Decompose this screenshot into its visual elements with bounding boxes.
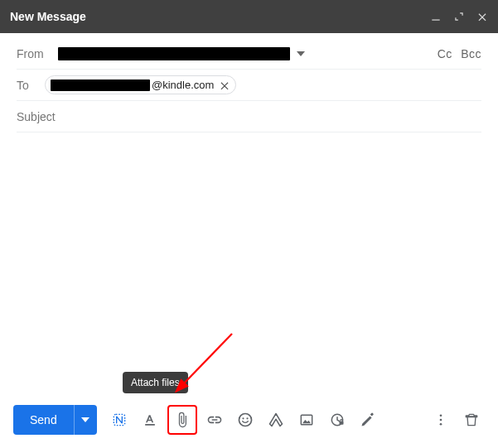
attach-files-button[interactable] xyxy=(169,407,196,433)
image-icon xyxy=(298,412,315,428)
subject-input[interactable] xyxy=(17,110,481,123)
svg-point-2 xyxy=(239,414,251,426)
nightly-icon[interactable] xyxy=(106,407,133,433)
compose-toolbar: Send xyxy=(0,398,498,448)
drive-icon xyxy=(268,412,284,428)
lock-clock-icon xyxy=(329,412,346,428)
insert-drive-button[interactable] xyxy=(263,407,289,433)
from-label: From xyxy=(17,47,50,60)
svg-rect-7 xyxy=(339,422,343,425)
titlebar: New Message xyxy=(0,0,498,33)
send-button-group: Send xyxy=(13,405,97,435)
send-button[interactable]: Send xyxy=(13,405,74,435)
to-label: To xyxy=(17,79,36,92)
insert-emoji-button[interactable] xyxy=(232,407,259,433)
paperclip-icon xyxy=(174,412,191,428)
window-controls xyxy=(430,11,488,22)
svg-point-8 xyxy=(440,414,442,417)
svg-point-10 xyxy=(440,423,442,426)
message-body[interactable] xyxy=(0,132,498,398)
svg-point-9 xyxy=(440,419,442,422)
link-icon xyxy=(206,412,223,428)
from-dropdown-icon[interactable] xyxy=(297,51,305,56)
recipient-domain: @kindle.com xyxy=(152,79,214,91)
recipient-chip[interactable]: @kindle.com xyxy=(45,75,236,94)
from-redacted xyxy=(58,47,290,60)
to-redacted xyxy=(51,79,150,91)
cc-bcc-toggle: Cc Bcc xyxy=(433,47,481,60)
from-address xyxy=(58,47,305,60)
insert-link-button[interactable] xyxy=(201,407,228,433)
chevron-down-icon xyxy=(81,416,89,424)
from-row[interactable]: From Cc Bcc xyxy=(17,38,481,70)
svg-rect-0 xyxy=(432,20,439,21)
more-vertical-icon xyxy=(433,412,448,427)
close-icon[interactable] xyxy=(476,11,488,22)
send-options-button[interactable] xyxy=(74,405,97,435)
bcc-button[interactable]: Bcc xyxy=(461,47,481,60)
to-row[interactable]: To @kindle.com xyxy=(17,70,481,101)
confidential-mode-button[interactable] xyxy=(324,407,351,433)
attach-highlight xyxy=(167,405,197,435)
expand-icon[interactable] xyxy=(453,11,465,22)
text-format-icon xyxy=(142,412,158,428)
cc-button[interactable]: Cc xyxy=(438,47,452,60)
pen-icon xyxy=(360,412,376,428)
emoji-icon xyxy=(237,412,254,428)
svg-point-3 xyxy=(242,417,244,419)
subject-row[interactable] xyxy=(17,101,481,132)
more-options-button[interactable] xyxy=(428,407,454,433)
trash-icon xyxy=(463,412,480,428)
svg-point-4 xyxy=(246,417,248,419)
compose-window: New Message From Cc Bcc To @kindle.com xyxy=(0,0,498,448)
minimize-icon[interactable] xyxy=(430,11,442,22)
window-title: New Message xyxy=(10,10,86,23)
insert-signature-button[interactable] xyxy=(355,407,381,433)
remove-recipient-icon[interactable] xyxy=(219,79,230,91)
formatting-button[interactable] xyxy=(137,407,163,433)
header-fields: From Cc Bcc To @kindle.com xyxy=(0,33,498,132)
discard-draft-button[interactable] xyxy=(458,407,485,433)
insert-photo-button[interactable] xyxy=(293,407,320,433)
